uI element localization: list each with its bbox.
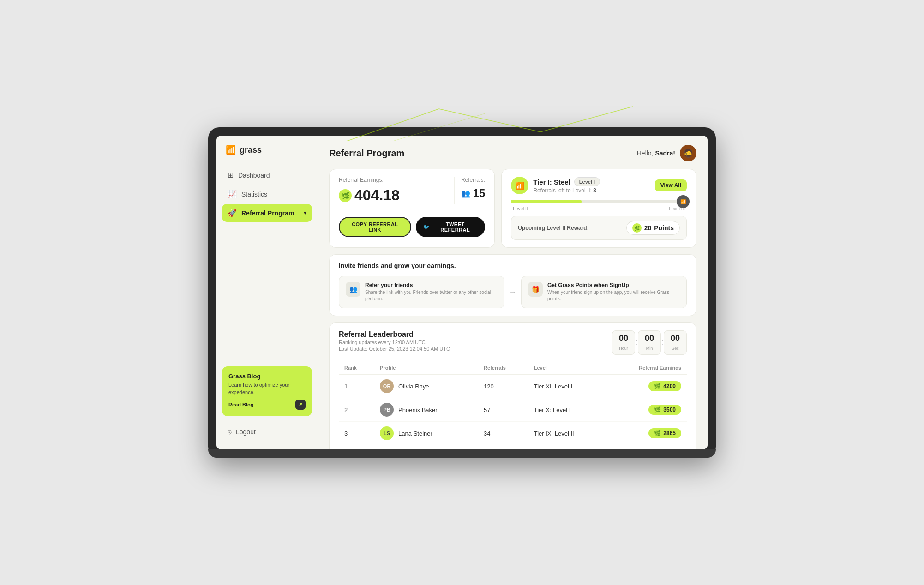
earnings-badge: 🌿 3500 [648,405,681,415]
timer-secs: 00 Sec [664,330,687,355]
tier-header: 📶 Tier I: Steel Level I Referrals left t… [511,177,687,194]
copy-referral-button[interactable]: COPY REFERRAL LINK [339,217,411,237]
leaderboard-header: Referral Leaderboard Ranking updates eve… [339,330,687,355]
reward-value: 🌿 20 Points [626,221,680,235]
rank-cell: 4 [339,445,374,450]
statistics-label: Statistics [241,191,267,198]
referrals-number: 15 [473,187,486,200]
earnings-cell: 🌿 3500 [606,398,687,422]
col-referrals: Referrals [478,361,528,375]
countdown-timer: 00 Hour ⁚ 00 Min ⁚ 00 Sec [612,330,687,355]
greeting-text: Hello, Sadra! [637,149,675,157]
profile-avatar: PB [380,403,394,417]
referral-icon: 🚀 [228,209,237,217]
dashboard-label: Dashboard [238,172,270,179]
leaderboard-table: Rank Profile Referrals Level Referral Ea… [339,361,687,449]
badge-coin-icon: 🌿 [654,406,661,413]
referrals-cell: 34 [478,422,528,445]
timer-mins-label: Min [646,346,653,351]
statistics-icon: 📈 [228,190,237,198]
step2-desc: When your friend sign up on the app, you… [547,289,680,302]
step1-content: Refer your friends Share the link with y… [365,282,498,302]
level-cell: Tier X: Level I [528,398,606,422]
profile-name: Phoenix Baker [398,406,438,413]
logout-button[interactable]: ⎋ Logout [216,424,318,440]
sidebar-item-dashboard[interactable]: ⊞ Dashboard [222,166,312,184]
timer-dots-1: ⁚ [636,339,637,346]
col-earnings: Referral Earnings [606,361,687,375]
step2-icon: 🎁 [528,282,543,297]
profile-cell: PB Phoenix Baker [374,398,478,422]
reward-unit: Points [654,224,674,232]
earnings-value: 🌿 404.18 [339,187,448,204]
progress-thumb: 📶 [677,195,690,208]
blog-read-row: Read Blog ↗ [228,400,306,410]
profile-name: Lana Steiner [398,430,432,437]
progress-labels: Level II Level III [511,206,687,211]
svg-line-1 [439,109,540,132]
blog-arrow-button[interactable]: ↗ [295,400,306,410]
leaderboard-last-update: Last Update: October 25, 2023 12:04:50 A… [339,346,450,352]
profile-cell: LS Lana Steiner [374,422,478,445]
nav-menu: ⊞ Dashboard 📈 Statistics 🚀 Referral Prog… [216,166,318,361]
invite-step-1: 👥 Refer your friends Share the link with… [339,276,504,308]
sidebar: 📶 grass ⊞ Dashboard 📈 Statistics 🚀 Refer… [216,136,318,449]
step2-title: Get Grass Points when SignUp [547,282,680,288]
referrals-cell: 57 [478,398,528,422]
tier-badge: Level I [574,177,600,186]
timer-hours-label: Hour [619,346,628,351]
col-level: Level [528,361,606,375]
invite-steps: 👥 Refer your friends Share the link with… [339,276,687,308]
chevron-down-icon: ▾ [304,210,306,216]
timer-mins: 00 Min ⁚ [638,330,661,355]
rank-cell: 3 [339,422,374,445]
invite-step-2: 🎁 Get Grass Points when SignUp When your… [521,276,687,308]
referrals-icon: 👥 [461,189,470,198]
table-row: 4 JA John Adams 32 Tier VII: Level I 🌿 1… [339,445,687,450]
referrals-value: 👥 15 [461,187,486,200]
tier-info: 📶 Tier I: Steel Level I Referrals left t… [511,177,600,194]
profile-avatar: OR [380,379,394,393]
profile-name: Olivia Rhye [398,383,429,390]
tier-sub: Referrals left to Level II: 3 [533,187,600,194]
badge-coin-icon: 🌿 [654,383,661,389]
tweet-label: TWEET REFERRAL [432,221,478,233]
dashboard-icon: ⊞ [228,171,234,179]
svg-line-2 [540,107,633,132]
earnings-cell: 🌿 4200 [606,375,687,398]
leaderboard-update-text: Ranking updates every 12:00 AM UTC [339,340,450,345]
earnings-cell: 🌿 2865 [606,422,687,445]
timer-hours-value: 00 [617,334,630,343]
invite-section: Invite friends and grow your earnings. 👥… [329,254,696,316]
step-arrow: → [509,288,516,296]
logout-icon: ⎋ [228,428,231,436]
leaderboard-title-group: Referral Leaderboard Ranking updates eve… [339,330,450,352]
twitter-icon: 🐦 [423,224,430,230]
page-header: Referral Program Hello, Sadra! 🧔 [329,145,696,161]
earnings-referrals-card: Referral Earnings: 🌿 404.18 Referrals: 👥 [329,169,495,248]
logo-text: grass [240,145,262,155]
referrals-section: Referrals: 👥 15 [461,177,486,204]
referrals-label: Referrals: [461,177,486,183]
sidebar-item-statistics[interactable]: 📈 Statistics [222,185,312,203]
level-cell: Tier IX: Level II [528,422,606,445]
timer-dots-2: ⁚ [661,339,663,346]
main-content: Referral Program Hello, Sadra! 🧔 Referra… [318,136,708,449]
invite-title: Invite friends and grow your earnings. [339,262,687,269]
referrals-cell: 32 [478,445,528,450]
col-profile: Profile [374,361,478,375]
blog-title: Grass Blog [228,373,306,380]
timer-mins-value: 00 [643,334,656,343]
progress-track: 📶 [511,200,687,203]
earnings-label: Referral Earnings: [339,177,448,183]
tier-progress: 📶 Level II Level III [511,200,687,211]
profile-cell: OR Olivia Rhye [374,375,478,398]
view-all-button[interactable]: View All [655,179,687,191]
tweet-referral-button[interactable]: 🐦 TWEET REFERRAL [416,217,485,237]
sidebar-item-referral[interactable]: 🚀 Referral Program ▾ [222,204,312,222]
logo-icon: 📶 [226,145,236,155]
top-cards-row: Referral Earnings: 🌿 404.18 Referrals: 👥 [329,169,696,248]
tier-name: Tier I: Steel [533,178,570,186]
step1-desc: Share the link with you Friends over twi… [365,289,498,302]
avatar: 🧔 [680,145,696,161]
